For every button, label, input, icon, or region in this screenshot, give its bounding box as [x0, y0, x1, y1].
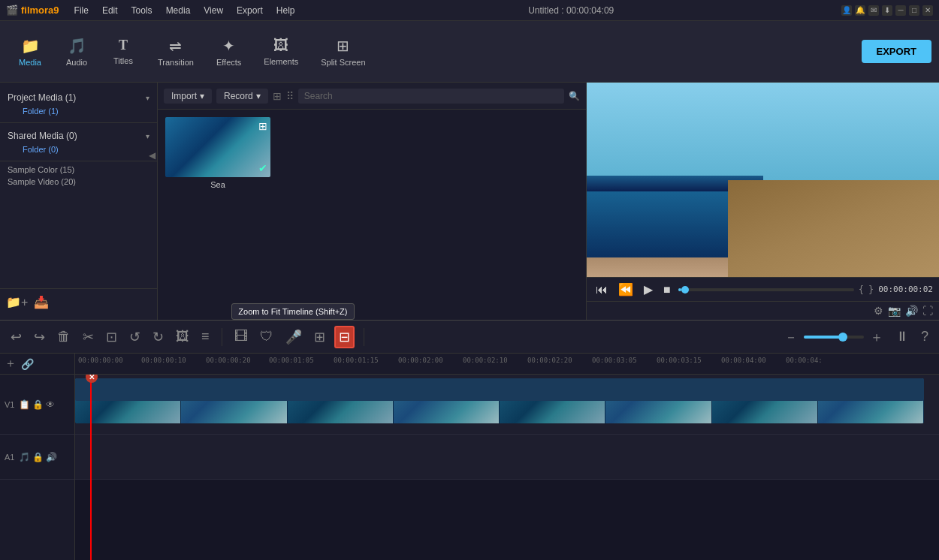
ruler-mark-9: 00:00:03:15: [657, 357, 702, 364]
rotate-left-button[interactable]: ↺: [126, 327, 143, 347]
ruler-mark-0: 00:00:00:00: [78, 357, 123, 364]
search-input[interactable]: [298, 89, 564, 104]
cut-button[interactable]: ✂: [80, 327, 97, 347]
menu-edit[interactable]: Edit: [96, 4, 124, 17]
sea-thumb-image: [165, 117, 270, 177]
volume-icon[interactable]: 🔊: [905, 305, 918, 317]
preview-bottom-controls: ⚙ 📷 🔊 ⛶: [587, 301, 939, 320]
rotate-right-button[interactable]: ↻: [149, 327, 167, 347]
zoom-out-button[interactable]: －: [781, 327, 801, 348]
import-button[interactable]: Import ▾: [164, 89, 212, 104]
elements-label: Elements: [264, 57, 298, 66]
minimize-button[interactable]: ─: [895, 5, 906, 16]
user-icon[interactable]: 👤: [841, 5, 852, 16]
toolbar-titles[interactable]: T Titles: [101, 33, 146, 70]
toolbar-transition[interactable]: ⇌ Transition: [147, 32, 204, 71]
toolbar-elements[interactable]: 🖼 Elements: [253, 32, 309, 71]
link-icon[interactable]: 🔗: [21, 358, 34, 370]
play-button[interactable]: ▶: [641, 281, 656, 298]
zoom-slider[interactable]: [804, 336, 864, 339]
pause-split-button[interactable]: ⏸: [892, 327, 912, 346]
stop-button[interactable]: ■: [660, 282, 674, 298]
project-media-header[interactable]: Project Media (1) ▾: [8, 90, 149, 105]
zoom-fit-tooltip: Zoom to Fit Timeline (Shift+Z): [231, 303, 354, 320]
panel-divider-1: [0, 122, 157, 123]
shared-media-header[interactable]: Shared Media (0) ▾: [8, 128, 149, 143]
window-title: Untitled : 00:00:04:09: [302, 5, 840, 16]
toolbar-media[interactable]: 📁 Media: [8, 32, 53, 71]
speed-button[interactable]: 🎞: [231, 327, 251, 346]
help-button[interactable]: ?: [918, 327, 931, 346]
search-icon[interactable]: 🔍: [569, 91, 580, 101]
mic-button[interactable]: 🎤: [282, 327, 305, 347]
zoom-fit-button[interactable]: ⊟: [334, 326, 355, 348]
menu-bar: 🎬 filmora9 File Edit Tools Media View Ex…: [0, 0, 939, 21]
menu-tools[interactable]: Tools: [125, 4, 159, 17]
shared-folder-item[interactable]: Folder (0): [8, 143, 149, 155]
mosaic-button[interactable]: ⊞: [311, 327, 328, 347]
audio-track-music-icon[interactable]: 🎵: [19, 452, 30, 462]
video-track-lock-icon[interactable]: 🔒: [32, 399, 44, 410]
zoom-in-button[interactable]: ＋: [867, 327, 886, 348]
camera-icon[interactable]: 📷: [888, 305, 901, 317]
media-item-sea[interactable]: ⊞ ✔ Sea: [165, 117, 270, 189]
rewind-button[interactable]: ⏮: [593, 282, 611, 298]
record-button[interactable]: Record ▾: [216, 89, 268, 104]
menu-file[interactable]: File: [68, 4, 95, 17]
audio-clip[interactable]: [75, 378, 924, 401]
ruler-mark-4: 00:00:01:15: [334, 357, 379, 364]
menu-help[interactable]: Help: [270, 4, 301, 17]
timeline-toolbar: ↩ ↪ 🗑 ✂ ⊡ ↺ ↻ 🖼 ≡ 🎞 🛡 🎤 ⊞ ⊟ Zoom to Fit …: [0, 321, 939, 354]
import-chevron: ▾: [200, 91, 204, 101]
video-track-layer-icon[interactable]: 📋: [19, 399, 30, 410]
zoom-fill: [804, 336, 840, 339]
step-back-button[interactable]: ⏪: [615, 281, 636, 298]
sample-video-item[interactable]: Sample Video (20): [0, 176, 157, 188]
preview-cliff: [728, 180, 939, 278]
ruler-mark-2: 00:00:00:20: [206, 357, 251, 364]
image-button[interactable]: 🖼: [173, 327, 192, 346]
menu-media[interactable]: Media: [160, 4, 197, 17]
maximize-button[interactable]: □: [909, 5, 919, 16]
filter-icon[interactable]: ⊞: [273, 90, 282, 102]
settings-icon[interactable]: ⚙: [874, 305, 883, 317]
toolbar-splitscreen[interactable]: ⊞ Split Screen: [310, 32, 376, 71]
audio-mix-button[interactable]: ≡: [198, 327, 213, 346]
grid-icon[interactable]: ⠿: [286, 90, 294, 102]
delete-button[interactable]: 🗑: [54, 327, 74, 346]
folder-item[interactable]: Folder (1): [8, 105, 149, 117]
grid-overlay-icon: ⊞: [258, 120, 267, 132]
notification-icon[interactable]: 🔔: [855, 5, 865, 16]
sea-label: Sea: [210, 180, 225, 189]
shield-button[interactable]: 🛡: [257, 327, 276, 346]
video-track-controls: 📋 🔒 👁: [19, 399, 55, 410]
timeline-right: 00:00:00:00 00:00:00:10 00:00:00:20 00:0…: [75, 354, 939, 560]
titles-label: Titles: [113, 56, 133, 65]
export-button[interactable]: EXPORT: [862, 40, 931, 63]
audio-track-id: A1: [5, 453, 14, 462]
fullscreen-icon[interactable]: ⛶: [922, 305, 933, 317]
toolbar-effects[interactable]: ✦ Effects: [206, 32, 252, 71]
message-icon[interactable]: ✉: [868, 5, 879, 16]
toolbar-audio[interactable]: 🎵 Audio: [54, 32, 99, 71]
video-track-eye-icon[interactable]: 👁: [46, 399, 55, 410]
panel-collapse-btn[interactable]: ◀: [149, 150, 155, 161]
menu-export[interactable]: Export: [231, 4, 269, 17]
crop-button[interactable]: ⊡: [103, 327, 120, 347]
preview-progress-bar[interactable]: [678, 288, 854, 291]
menu-view[interactable]: View: [198, 4, 229, 17]
audio-track-lock-icon[interactable]: 🔒: [32, 452, 44, 462]
download-icon[interactable]: ⬇: [882, 5, 892, 16]
add-folder-icon[interactable]: 📁+: [6, 295, 28, 309]
media-grid: ⊞ ✔ Sea: [158, 110, 586, 320]
timeline-tracks: ✕: [75, 375, 939, 560]
sea-thumbnail[interactable]: ⊞ ✔: [165, 117, 270, 177]
app-logo-icon: 🎬: [6, 5, 18, 16]
import-media-icon[interactable]: 📥: [34, 295, 49, 309]
redo-button[interactable]: ↪: [31, 327, 48, 347]
add-track-icon[interactable]: ＋: [5, 356, 17, 372]
audio-track-volume-icon[interactable]: 🔊: [46, 452, 57, 462]
sample-color-item[interactable]: Sample Color (15): [0, 164, 157, 176]
undo-button[interactable]: ↩: [8, 327, 25, 347]
close-button[interactable]: ✕: [922, 5, 933, 16]
